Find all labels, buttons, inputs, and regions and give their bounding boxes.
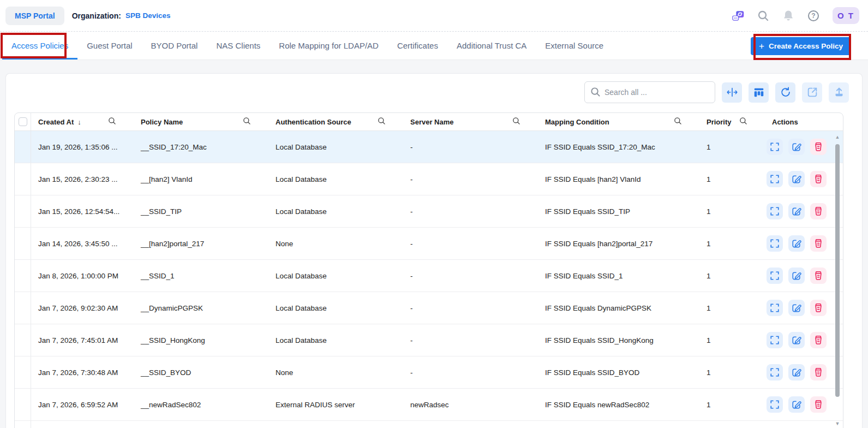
select-all-checkbox[interactable] (19, 117, 27, 126)
row-checkbox-cell[interactable] (15, 195, 31, 227)
table-row[interactable]: Jan 7, 2026, 7:30:48 AM __SSID_BYOD None… (15, 356, 843, 389)
search-icon[interactable] (757, 10, 769, 22)
column-search-icon[interactable] (243, 117, 251, 127)
ai-assistant-icon[interactable] (732, 10, 744, 22)
create-access-policy-button[interactable]: + Create Access Policy (751, 37, 851, 55)
table-row[interactable]: Jan 7, 2026, 7:45:01 AM __SSID_HongKong … (15, 324, 843, 356)
export-button[interactable] (829, 82, 849, 103)
expand-policy-button[interactable] (767, 396, 783, 413)
edit-policy-button[interactable] (788, 203, 805, 219)
cell-created-at: Jan 7, 2026, 7:45:01 AM (31, 336, 134, 344)
edit-policy-button[interactable] (788, 139, 805, 155)
delete-policy-button[interactable] (810, 235, 827, 252)
expand-policy-button[interactable] (767, 203, 783, 219)
expand-policy-button[interactable] (767, 364, 783, 381)
tab-guest-portal[interactable]: Guest Portal (77, 32, 141, 60)
tab-byod-portal[interactable]: BYOD Portal (142, 32, 207, 60)
column-header-policy-name[interactable]: Policy Name (134, 113, 268, 130)
row-checkbox-cell[interactable] (15, 389, 31, 420)
delete-policy-button[interactable] (810, 300, 827, 316)
scroll-down-arrow[interactable]: ▼ (835, 420, 840, 427)
row-checkbox-cell[interactable] (15, 260, 31, 292)
help-icon[interactable]: ? (807, 10, 819, 22)
table-row[interactable]: Jan 7, 2026, 6:59:52 AM __newRadSec802 E… (15, 389, 843, 421)
column-search-icon[interactable] (378, 117, 386, 127)
search-all-input[interactable] (584, 81, 715, 103)
column-header-authentication-source[interactable]: Authentication Source (268, 113, 403, 130)
tab-role-mapping-for-ldap-ad[interactable]: Role Mapping for LDAP/AD (270, 32, 388, 60)
expand-policy-button[interactable] (767, 300, 783, 316)
actions-cell (765, 171, 843, 187)
vertical-scrollbar[interactable]: ▲ ▼ (834, 133, 841, 428)
edit-policy-button[interactable] (788, 364, 805, 381)
cell-authentication-source: External RADIUS server (268, 401, 403, 409)
cell-authentication-source: Local Database (268, 175, 403, 183)
open-external-button[interactable] (802, 82, 822, 103)
tab-external-source[interactable]: External Source (536, 32, 613, 60)
search-box (584, 81, 715, 103)
delete-policy-button[interactable] (810, 332, 827, 348)
cell-created-at: Jan 7, 2026, 9:02:30 AM (31, 304, 134, 312)
edit-policy-button[interactable] (788, 396, 805, 413)
scroll-up-arrow[interactable]: ▲ (835, 133, 840, 141)
column-search-icon[interactable] (739, 117, 747, 127)
edit-policy-button[interactable] (788, 171, 805, 187)
column-header-priority[interactable]: Priority (699, 113, 765, 130)
column-search-icon[interactable] (512, 117, 520, 127)
tab-additional-trust-ca[interactable]: Additional Trust CA (447, 32, 536, 60)
tab-certificates[interactable]: Certificates (388, 32, 447, 60)
edit-policy-button[interactable] (788, 235, 805, 252)
delete-policy-button[interactable] (810, 171, 827, 187)
cell-policy-name: __[han2]portal_217 (134, 240, 268, 248)
edit-policy-button[interactable] (788, 332, 805, 348)
column-header-mapping-condition[interactable]: Mapping Condition (538, 113, 699, 130)
delete-policy-button[interactable] (810, 268, 827, 284)
column-search-icon[interactable] (674, 117, 682, 127)
edit-policy-button[interactable] (788, 300, 805, 316)
table-row[interactable]: Jan 7, 2026, 9:02:30 AM __DynamicPGPSK L… (15, 292, 843, 324)
actions-cell (765, 139, 843, 155)
delete-policy-button[interactable] (810, 364, 827, 381)
cell-policy-name: __SSID_1 (134, 272, 268, 280)
search-input-icon (590, 87, 601, 99)
tab-nas-clients[interactable]: NAS Clients (207, 32, 270, 60)
fit-columns-button[interactable] (722, 82, 742, 103)
cell-server-name: - (403, 240, 538, 248)
delete-policy-button[interactable] (810, 203, 827, 219)
row-checkbox-cell[interactable] (15, 292, 31, 324)
notifications-bell-icon[interactable] (782, 10, 794, 22)
expand-policy-button[interactable] (767, 171, 783, 187)
columns-button[interactable] (749, 82, 769, 103)
sort-desc-icon[interactable]: ↓ (77, 118, 81, 126)
table-row[interactable]: Jan 19, 2026, 1:35:06 ... __SSID_17:20_M… (15, 131, 843, 163)
column-search-icon[interactable] (108, 117, 116, 127)
row-checkbox-cell[interactable] (15, 356, 31, 388)
avatar[interactable]: O T (833, 7, 859, 24)
column-header-actions[interactable]: Actions (765, 113, 843, 130)
delete-policy-button[interactable] (810, 139, 827, 155)
refresh-button[interactable] (775, 82, 795, 103)
table-row[interactable]: Jan 8, 2026, 1:00:00 PM __SSID_1 Local D… (15, 260, 843, 292)
tab-access-policies[interactable]: Access Policies (2, 32, 77, 60)
table-row[interactable]: Jan 15, 2026, 2:30:23 ... __[han2] VlanI… (15, 163, 843, 195)
table-row[interactable]: Jan 15, 2026, 12:54:54... __SSID_TIP Loc… (15, 195, 843, 228)
row-checkbox-cell[interactable] (15, 324, 31, 356)
tab-list: Access Policies Guest Portal BYOD Portal… (2, 32, 613, 60)
table-row[interactable]: Jan 14, 2026, 3:45:50 ... __[han2]portal… (15, 228, 843, 260)
column-header-created-at[interactable]: Created At ↓ (31, 113, 134, 130)
expand-policy-button[interactable] (767, 235, 783, 252)
expand-policy-button[interactable] (767, 139, 783, 155)
cell-created-at: Jan 14, 2026, 3:45:50 ... (31, 240, 134, 248)
table-body: Jan 19, 2026, 1:35:06 ... __SSID_17:20_M… (15, 131, 843, 421)
edit-policy-button[interactable] (788, 268, 805, 284)
msp-portal-button[interactable]: MSP Portal (5, 7, 64, 25)
expand-policy-button[interactable] (767, 332, 783, 348)
row-checkbox-cell[interactable] (15, 228, 31, 259)
scrollbar-thumb[interactable] (835, 144, 840, 397)
row-checkbox-cell[interactable] (15, 163, 31, 195)
row-checkbox-cell[interactable] (15, 131, 31, 163)
delete-policy-button[interactable] (810, 396, 827, 413)
organization-name-link[interactable]: SPB Devices (125, 11, 171, 20)
column-header-server-name[interactable]: Server Name (403, 113, 538, 130)
expand-policy-button[interactable] (767, 268, 783, 284)
